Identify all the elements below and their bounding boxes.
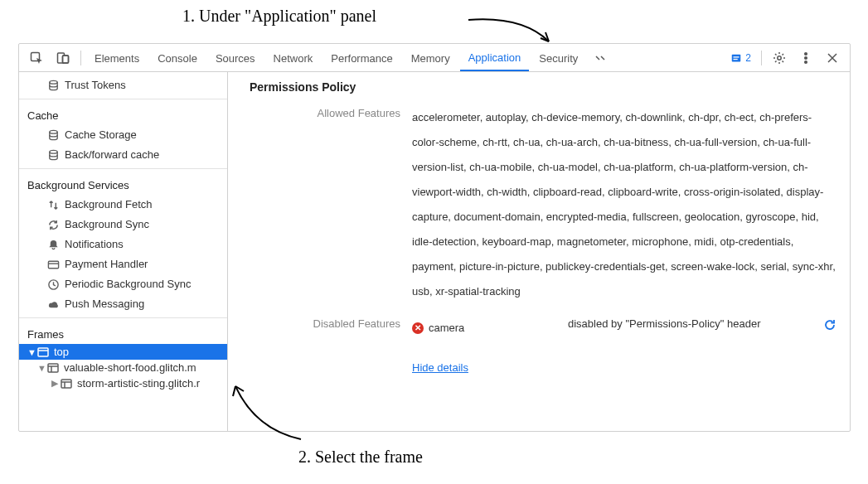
clock-icon <box>47 278 60 291</box>
close-icon[interactable] <box>820 46 845 70</box>
sidebar-item-label: Trust Tokens <box>65 78 126 93</box>
iframe-icon <box>47 362 59 374</box>
annotation-step2: 2. Select the frame <box>298 448 423 467</box>
disabled-feature-row: ✕ camera disabled by "Permissions-Policy… <box>412 316 836 341</box>
svg-rect-4 <box>732 54 741 61</box>
frame-details-panel: Permissions Policy Allowed Features acce… <box>228 72 850 431</box>
svg-rect-16 <box>38 348 48 356</box>
separator <box>80 51 81 65</box>
svg-rect-18 <box>61 380 71 388</box>
error-icon: ✕ <box>412 322 424 334</box>
application-sidebar: Trust Tokens Cache Cache Storage Back/fo… <box>19 72 228 431</box>
sidebar-item-periodic-sync[interactable]: Periodic Background Sync <box>19 274 227 294</box>
device-toolbar-icon[interactable] <box>51 46 75 70</box>
sidebar-item-background-fetch[interactable]: Background Fetch <box>19 195 227 215</box>
sidebar-item-label: Back/forward cache <box>65 148 159 162</box>
devtools-window: ElementsConsoleSourcesNetworkPerformance… <box>18 43 851 432</box>
frame-child-2[interactable]: ▶ storm-artistic-sting.glitch.r <box>19 375 227 391</box>
sidebar-item-trust-tokens[interactable]: Trust Tokens <box>19 75 227 95</box>
devtools-toolbar: ElementsConsoleSourcesNetworkPerformance… <box>19 44 850 72</box>
frame-label: valuable-short-food.glitch.m <box>64 361 196 374</box>
frame-label: top <box>54 346 69 358</box>
disabled-feature-reason: disabled by "Permissions-Policy" header <box>568 316 761 332</box>
sidebar-section-cache: Cache <box>19 103 227 125</box>
annotation-step1: 1. Under "Application" panel <box>182 7 376 26</box>
svg-point-7 <box>778 56 781 59</box>
sidebar-item-label: Notifications <box>65 237 124 252</box>
frame-label: storm-artistic-sting.glitch.r <box>77 377 200 390</box>
inspect-element-icon[interactable] <box>24 46 49 70</box>
svg-rect-14 <box>48 261 58 268</box>
window-icon <box>37 346 49 358</box>
tab-network[interactable]: Network <box>265 45 322 71</box>
hide-details-link[interactable]: Hide details <box>412 361 468 374</box>
tab-memory[interactable]: Memory <box>403 45 458 71</box>
issues-count: 2 <box>745 52 751 64</box>
database-icon <box>47 80 60 92</box>
allowed-features-label: Allowed Features <box>246 105 412 119</box>
frame-child-1[interactable]: ▼ valuable-short-food.glitch.m <box>19 360 227 375</box>
sidebar-item-label: Background Sync <box>65 217 149 232</box>
tab-console[interactable]: Console <box>149 45 206 71</box>
svg-point-11 <box>50 80 57 84</box>
sidebar-item-label: Background Fetch <box>65 197 153 212</box>
svg-rect-6 <box>734 58 738 59</box>
sidebar-item-bf-cache[interactable]: Back/forward cache <box>19 145 227 165</box>
tab-security[interactable]: Security <box>531 45 586 71</box>
svg-point-9 <box>805 56 807 59</box>
iframe-icon <box>61 378 72 390</box>
tab-application[interactable]: Application <box>460 44 530 71</box>
svg-point-10 <box>805 60 807 63</box>
frame-top[interactable]: ▼ top <box>19 344 227 360</box>
disabled-features-label: Disabled Features <box>246 316 412 330</box>
separator <box>761 51 762 65</box>
svg-rect-17 <box>48 364 58 372</box>
tab-elements[interactable]: Elements <box>86 45 148 71</box>
disclosure-triangle-icon[interactable]: ▼ <box>27 347 36 357</box>
reload-icon[interactable] <box>823 316 836 341</box>
sidebar-item-notifications[interactable]: Notifications <box>19 235 227 254</box>
transfer-icon <box>47 199 60 211</box>
database-icon <box>47 129 60 142</box>
tab-sources[interactable]: Sources <box>207 45 264 71</box>
sidebar-item-label: Periodic Background Sync <box>65 277 191 292</box>
disclosure-triangle-icon[interactable]: ▼ <box>37 363 46 373</box>
svg-point-12 <box>50 130 57 133</box>
panel-title: Permissions Policy <box>246 80 836 94</box>
sidebar-item-cache-storage[interactable]: Cache Storage <box>19 125 227 145</box>
sidebar-item-label: Payment Handler <box>65 257 148 272</box>
card-icon <box>47 259 60 271</box>
sidebar-section-frames: Frames <box>19 322 227 344</box>
sidebar-item-push-messaging[interactable]: Push Messaging <box>19 294 227 314</box>
kebab-menu-icon[interactable] <box>793 46 818 70</box>
sidebar-item-label: Cache Storage <box>65 128 137 143</box>
sidebar-item-payment-handler[interactable]: Payment Handler <box>19 254 227 274</box>
gear-icon[interactable] <box>767 46 792 70</box>
svg-point-8 <box>805 52 807 55</box>
svg-rect-2 <box>63 56 69 63</box>
sidebar-section-background-services: Background Services <box>19 172 227 195</box>
bell-icon <box>47 239 60 251</box>
tab-performance[interactable]: Performance <box>322 45 400 71</box>
disclosure-triangle-icon[interactable]: ▶ <box>51 378 59 389</box>
allowed-features-value: accelerometer, autoplay, ch-device-memor… <box>412 105 836 304</box>
database-icon <box>47 149 60 162</box>
svg-point-13 <box>50 150 57 153</box>
sync-icon <box>47 219 60 231</box>
sidebar-item-label: Push Messaging <box>65 297 144 312</box>
svg-rect-5 <box>734 56 739 57</box>
cloud-icon <box>47 298 60 311</box>
more-tabs-chevron-icon[interactable] <box>588 46 613 70</box>
sidebar-item-background-sync[interactable]: Background Sync <box>19 215 227 235</box>
disabled-feature-name: camera <box>429 316 464 341</box>
issues-button[interactable]: 2 <box>725 51 756 65</box>
